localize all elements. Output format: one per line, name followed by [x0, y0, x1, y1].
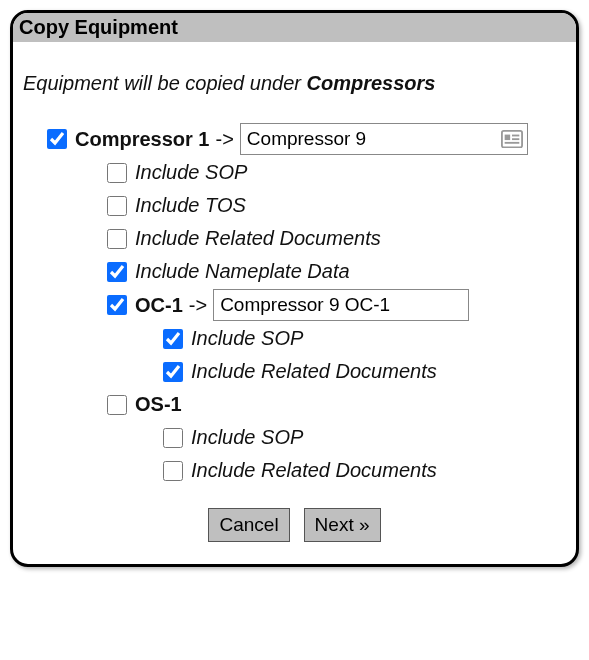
checkbox-include-nameplate[interactable] [107, 262, 127, 282]
equipment-row-os-1: OS-1 [107, 389, 566, 420]
option-row: Include Related Documents [163, 356, 566, 387]
option-row: Include Related Documents [107, 223, 566, 254]
svg-rect-4 [505, 142, 520, 144]
next-button[interactable]: Next » [304, 508, 381, 542]
equipment-name: OS-1 [135, 389, 182, 420]
checkbox-include-tos[interactable] [107, 196, 127, 216]
equipment-name: Compressor 1 [75, 124, 210, 155]
card-icon[interactable] [501, 130, 523, 148]
copy-equipment-dialog: Copy Equipment Equipment will be copied … [10, 10, 579, 567]
option-label: Include Nameplate Data [135, 256, 350, 287]
checkbox-include-sop[interactable] [107, 163, 127, 183]
checkbox-include-related-docs[interactable] [107, 229, 127, 249]
option-label: Include Related Documents [135, 223, 381, 254]
option-label: Include SOP [135, 157, 247, 188]
option-row: Include Nameplate Data [107, 256, 566, 287]
option-label: Include Related Documents [191, 356, 437, 387]
equipment-row-oc-1: OC-1 -> [107, 289, 566, 321]
svg-rect-2 [512, 135, 519, 137]
arrow-sep: -> [189, 290, 207, 321]
target-field-wrap [213, 289, 469, 321]
target-field-wrap [240, 123, 528, 155]
checkbox-oc1-include-sop[interactable] [163, 329, 183, 349]
equipment-name: OC-1 [135, 290, 183, 321]
intro-prefix: Equipment will be copied under [23, 72, 307, 94]
dialog-content: Equipment will be copied under Compresso… [13, 42, 576, 564]
checkbox-compressor-1[interactable] [47, 129, 67, 149]
option-label: Include SOP [191, 323, 303, 354]
option-row: Include SOP [163, 323, 566, 354]
option-label: Include TOS [135, 190, 246, 221]
svg-rect-1 [505, 135, 510, 140]
checkbox-oc-1[interactable] [107, 295, 127, 315]
intro-text: Equipment will be copied under Compresso… [23, 72, 566, 95]
checkbox-os1-include-related-docs[interactable] [163, 461, 183, 481]
target-name-input-compressor-1[interactable] [240, 123, 528, 155]
arrow-sep: -> [216, 124, 234, 155]
option-row: Include TOS [107, 190, 566, 221]
checkbox-os1-include-sop[interactable] [163, 428, 183, 448]
checkbox-os-1[interactable] [107, 395, 127, 415]
option-label: Include Related Documents [191, 455, 437, 486]
option-label: Include SOP [191, 422, 303, 453]
svg-rect-3 [512, 138, 519, 140]
option-row: Include SOP [163, 422, 566, 453]
dialog-title: Copy Equipment [13, 13, 576, 42]
target-name-input-oc-1[interactable] [213, 289, 469, 321]
option-row: Include SOP [107, 157, 566, 188]
button-bar: Cancel Next » [23, 508, 566, 542]
intro-destination: Compressors [307, 72, 436, 94]
option-row: Include Related Documents [163, 455, 566, 486]
checkbox-oc1-include-related-docs[interactable] [163, 362, 183, 382]
equipment-row-compressor-1: Compressor 1 -> [47, 123, 566, 155]
cancel-button[interactable]: Cancel [208, 508, 289, 542]
